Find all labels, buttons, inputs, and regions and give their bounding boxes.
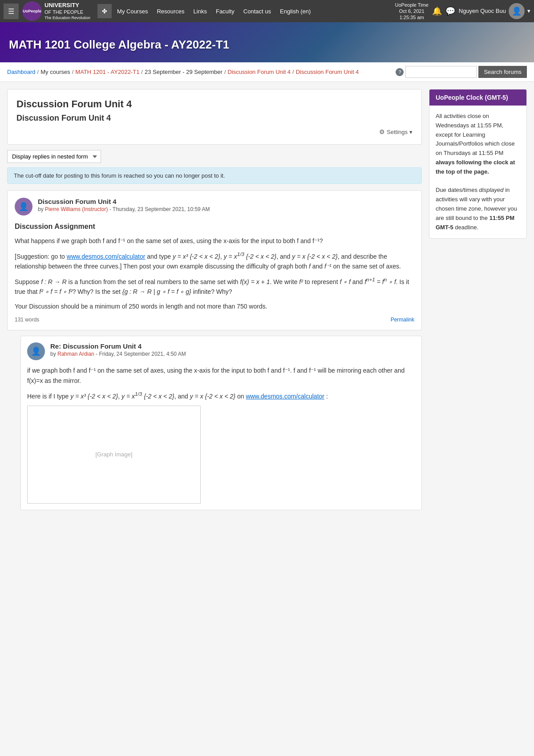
- reply-date: Friday, 24 September 2021, 4:50 AM: [99, 351, 186, 357]
- desmos-link-2[interactable]: www.desmos.com/calculator: [246, 393, 324, 400]
- user-dropdown-chevron[interactable]: ▾: [527, 8, 530, 14]
- user-name: Nguyen Quoc Buu: [459, 8, 506, 14]
- main-layout: Discussion Forum Unit 4 Discussion Forum…: [0, 82, 534, 523]
- hero-banner: MATH 1201 College Algebra - AY2022-T1: [0, 22, 534, 62]
- user-avatar: 👤: [509, 3, 525, 19]
- main-post: 👤 Discussion Forum Unit 4 by Pierre Will…: [7, 190, 422, 330]
- gear-icon: ⚙: [379, 128, 385, 135]
- top-navigation: ☰ UoPeople UNIVERSITY OF THE PEOPLE The …: [0, 0, 534, 22]
- logo-icon: UoPeople: [22, 1, 42, 21]
- graph-image: [Graph Image]: [27, 406, 201, 504]
- post-para-2: [Suggestion: go to www.desmos.com/calcul…: [15, 250, 414, 271]
- logo-text: UNIVERSITY OF THE PEOPLE The Education R…: [44, 2, 90, 21]
- nav-contact[interactable]: Contact us: [240, 5, 275, 17]
- post-header: 👤 Discussion Forum Unit 4 by Pierre Will…: [15, 198, 414, 215]
- logo-area: UoPeople UNIVERSITY OF THE PEOPLE The Ed…: [22, 1, 90, 21]
- reply-meta: Re: Discussion Forum Unit 4 by Rahman Ar…: [50, 342, 415, 357]
- reply-post: 👤 Re: Discussion Forum Unit 4 by Rahman …: [20, 336, 422, 510]
- reply-title: Re: Discussion Forum Unit 4: [50, 342, 415, 350]
- breadcrumb-bar: Dashboard / My courses / MATH 1201 - AY2…: [0, 62, 534, 82]
- breadcrumb-dashboard[interactable]: Dashboard: [7, 69, 36, 75]
- breadcrumb-math1201[interactable]: MATH 1201 - AY2022-T1: [75, 69, 139, 75]
- nav-resources[interactable]: Resources: [153, 5, 188, 17]
- course-title: MATH 1201 College Algebra - AY2022-T1: [9, 38, 229, 52]
- post-footer: 131 words Permalink: [15, 317, 414, 323]
- display-replies-select[interactable]: Display replies in nested form Display r…: [7, 150, 101, 163]
- reply-header: 👤 Re: Discussion Forum Unit 4 by Rahman …: [27, 342, 415, 360]
- sidebar: UoPeople Clock (GMT-5) All activities cl…: [429, 89, 527, 516]
- breadcrumb-week: 23 September - 29 September: [145, 69, 222, 75]
- breadcrumb-mycourses: My courses: [40, 69, 70, 75]
- user-menu[interactable]: Nguyen Quoc Buu 👤 ▾: [459, 3, 530, 19]
- messages-icon[interactable]: 💬: [445, 6, 455, 16]
- forum-header: Discussion Forum Unit 4 Discussion Forum…: [7, 89, 422, 145]
- settings-chevron-icon: ▾: [409, 129, 413, 135]
- post-body: Discussion Assignment What happens if we…: [15, 221, 414, 311]
- settings-row[interactable]: ⚙ Settings ▾: [16, 128, 413, 135]
- nav-right-area: UoPeople Time Oct 6, 2021 1:25:35 am 🔔 💬…: [395, 2, 530, 21]
- hamburger-button[interactable]: ☰: [4, 4, 19, 19]
- reply-para-2: Here is if I type y = x³ {-2 < x < 2}, y…: [27, 390, 415, 401]
- reply-byline: by Rahman Ardian - Friday, 24 September …: [50, 351, 415, 357]
- desmos-link-1[interactable]: www.desmos.com/calculator: [67, 253, 146, 260]
- search-area: ? Search forums: [396, 66, 527, 78]
- nav-faculty[interactable]: Faculty: [212, 5, 238, 17]
- notifications-icon[interactable]: 🔔: [432, 6, 442, 16]
- help-icon[interactable]: ?: [396, 68, 404, 76]
- forum-title-main: Discussion Forum Unit 4: [16, 98, 413, 110]
- post-author-link[interactable]: Pierre Williams (Instructor): [45, 206, 108, 212]
- clock-sidebar-header: UoPeople Clock (GMT-5): [429, 89, 526, 106]
- permalink[interactable]: Permalink: [391, 317, 414, 323]
- post-title: Discussion Forum Unit 4: [38, 198, 414, 205]
- reply-para-1: if we graph both f and f⁻¹ on the same s…: [27, 366, 415, 386]
- assignment-title: Discussion Assignment: [15, 221, 414, 232]
- clock-sidebar-box: UoPeople Clock (GMT-5) All activities cl…: [429, 89, 527, 239]
- nav-links[interactable]: Links: [190, 5, 210, 17]
- settings-icon-button[interactable]: ✤: [97, 4, 112, 18]
- search-button[interactable]: Search forums: [478, 66, 527, 78]
- post-meta: Discussion Forum Unit 4 by Pierre Willia…: [38, 198, 414, 212]
- search-input[interactable]: [405, 66, 477, 78]
- post-para-4: Your Discussion should be a minimum of 2…: [15, 301, 414, 311]
- word-count: 131 words: [15, 317, 39, 323]
- breadcrumb-forum1[interactable]: Discussion Forum Unit 4: [228, 69, 291, 75]
- post-para-3: Suppose f : R → R is a function from the…: [15, 276, 414, 297]
- post-para-1: What happens if we graph both f and f⁻¹ …: [15, 236, 414, 246]
- reply-author-avatar: 👤: [27, 342, 45, 360]
- cutoff-notice: The cut-off date for posting to this for…: [7, 167, 422, 184]
- reply-author-link[interactable]: Rahman Ardian: [57, 351, 94, 357]
- clock-sidebar-body: All activities close on Wednesdays at 11…: [429, 106, 526, 238]
- forum-title-sub: Discussion Forum Unit 4: [16, 114, 413, 123]
- nav-mycourses[interactable]: My Courses: [113, 5, 151, 17]
- breadcrumb-forum2[interactable]: Discussion Forum Unit 4: [296, 69, 359, 75]
- post-author-avatar: 👤: [15, 198, 32, 215]
- post-byline: by Pierre Williams (Instructor) - Thursd…: [38, 206, 414, 212]
- breadcrumb: Dashboard / My courses / MATH 1201 - AY2…: [7, 69, 359, 75]
- replies-select-row: Display replies in nested form Display r…: [7, 150, 422, 163]
- uopeople-time: UoPeople Time Oct 6, 2021 1:25:35 am: [395, 2, 429, 21]
- reply-body: if we graph both f and f⁻¹ on the same s…: [27, 366, 415, 504]
- post-date: Thursday, 23 September 2021, 10:59 AM: [113, 206, 210, 212]
- settings-label: Settings: [387, 129, 408, 135]
- nav-language[interactable]: English (en): [276, 5, 314, 17]
- content-area: Discussion Forum Unit 4 Discussion Forum…: [7, 89, 429, 516]
- nav-links: My Courses Resources Links Faculty Conta…: [113, 5, 395, 17]
